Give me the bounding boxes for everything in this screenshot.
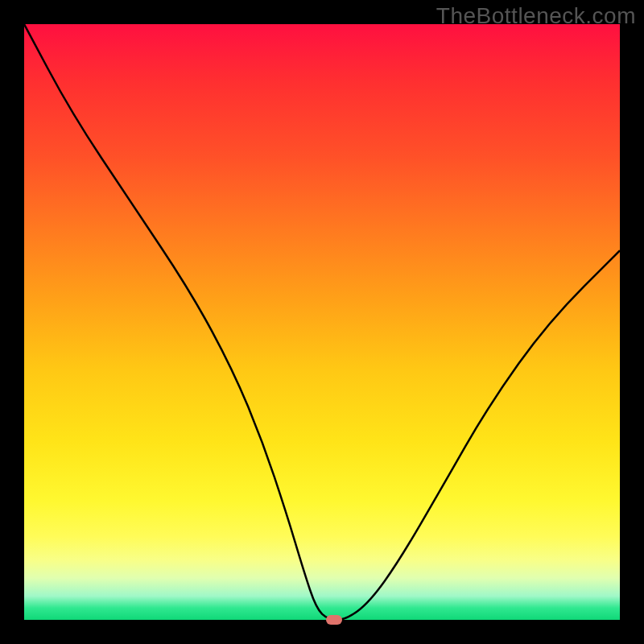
bottleneck-curve — [24, 24, 620, 620]
chart-plot-area — [24, 24, 620, 620]
optimal-point-marker — [326, 615, 342, 625]
watermark-text: TheBottleneck.com — [436, 3, 636, 29]
